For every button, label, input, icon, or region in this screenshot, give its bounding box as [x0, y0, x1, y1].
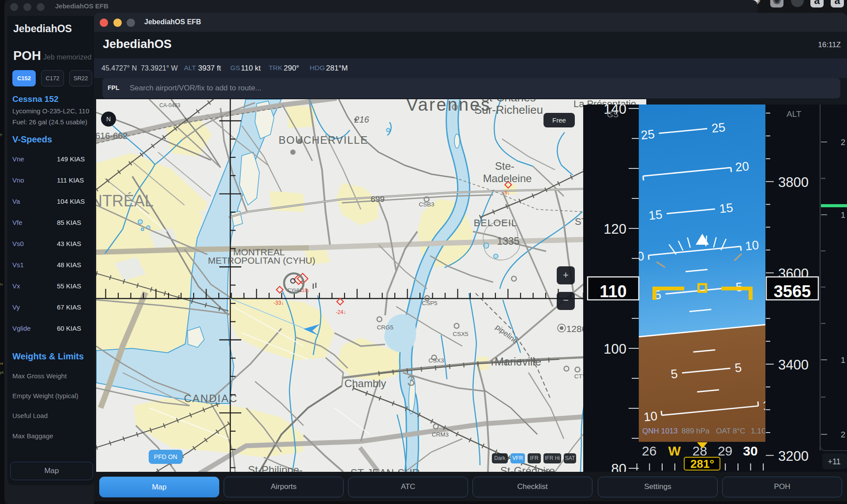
svg-text:3400: 3400 [778, 357, 809, 373]
svg-text:26: 26 [642, 444, 656, 458]
svg-text:+11: +11 [828, 457, 840, 466]
svg-text:120: 120 [603, 221, 626, 237]
svg-text:Madeleine: Madeleine [483, 172, 532, 184]
svg-text:216: 216 [354, 115, 369, 124]
svg-text:St-Philippe-: St-Philippe- [248, 464, 303, 472]
svg-text:Marieville: Marieville [495, 355, 541, 368]
svg-text:CANDIAC: CANDIAC [184, 392, 238, 404]
svg-text:3800: 3800 [778, 175, 809, 190]
svg-text:ALT: ALT [787, 109, 802, 119]
svg-text:CRG5: CRG5 [377, 324, 394, 331]
svg-text:CRM3: CRM3 [432, 431, 449, 438]
svg-text:OAT 8°C: OAT 8°C [716, 427, 746, 435]
svg-text:3: 3 [407, 373, 415, 389]
svg-text:1: 1 [841, 355, 846, 365]
svg-text:3200: 3200 [778, 448, 809, 464]
svg-text:699: 699 [371, 194, 385, 204]
svg-text:CSP5: CSP5 [422, 300, 437, 306]
svg-text:2: 2 [841, 430, 846, 439]
svg-text:Chambly: Chambly [345, 377, 386, 389]
svg-text:15: 15 [719, 201, 734, 216]
svg-text:1.1G: 1.1G [751, 427, 767, 435]
svg-text:CSX5: CSX5 [453, 331, 468, 337]
svg-text:ST-JEAN-SUR: ST-JEAN-SUR [350, 467, 420, 472]
svg-text:Sur-Richelieu: Sur-Richelieu [474, 103, 543, 116]
svg-text:CSX3: CSX3 [428, 357, 444, 364]
svg-text:W: W [668, 444, 681, 458]
svg-text:28: 28 [693, 444, 707, 458]
svg-text:100: 100 [603, 341, 626, 357]
svg-text:-9↓: -9↓ [503, 190, 510, 195]
svg-text:Ste-: Ste- [495, 160, 514, 172]
svg-text:3565: 3565 [774, 282, 811, 301]
svg-text:BOUCHERVILLE: BOUCHERVILLE [279, 134, 368, 146]
svg-text:QNH 1013: QNH 1013 [642, 427, 678, 435]
svg-text:NTRÉAL: NTRÉAL [96, 192, 154, 210]
svg-text:5: 5 [734, 361, 742, 375]
svg-text:281°: 281° [690, 457, 714, 470]
svg-text:-24↓: -24↓ [336, 309, 346, 315]
svg-text:25: 25 [711, 120, 726, 135]
svg-text:25: 25 [640, 127, 655, 142]
svg-text:30: 30 [743, 444, 757, 458]
svg-text:St-Grégoire: St-Grégoire [500, 465, 555, 472]
svg-text:5: 5 [670, 367, 678, 381]
svg-text:616-662: 616-662 [96, 131, 127, 141]
svg-text:889 hPa: 889 hPa [682, 427, 710, 435]
svg-text:BELOEIL: BELOEIL [474, 217, 517, 228]
svg-text:METROPOLITAN (CYHU): METROPOLITAN (CYHU) [208, 255, 315, 265]
svg-text:CSB3: CSB3 [419, 201, 434, 208]
svg-text:110: 110 [600, 282, 626, 301]
svg-text:2: 2 [841, 138, 846, 147]
svg-text:GS: GS [607, 110, 618, 119]
svg-text:1335: 1335 [497, 235, 519, 247]
svg-text:15: 15 [648, 208, 663, 223]
svg-text:1: 1 [841, 210, 846, 220]
svg-text:29: 29 [718, 444, 732, 458]
svg-text:20: 20 [735, 159, 750, 174]
svg-text:-33↓: -33↓ [274, 300, 284, 306]
svg-text:10: 10 [745, 238, 760, 253]
svg-text:80: 80 [611, 461, 626, 472]
svg-text:CYHU: CYHU [288, 287, 301, 293]
svg-text:CA-0463: CA-0463 [159, 102, 180, 108]
svg-text:10: 10 [643, 409, 658, 424]
